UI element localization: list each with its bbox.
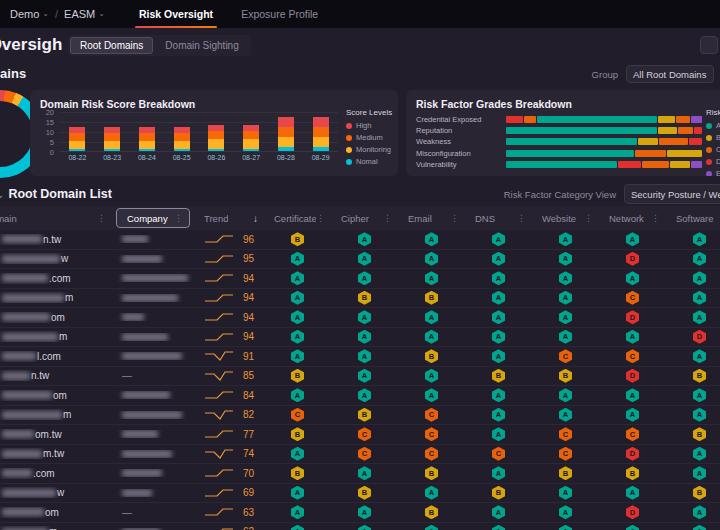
tab-exposure-profile[interactable]: Exposure Profile (227, 0, 332, 28)
grade-badge[interactable]: A (291, 310, 304, 324)
grade-badge[interactable]: C (425, 427, 438, 441)
grade-badge[interactable]: B (358, 291, 371, 305)
grade-badge[interactable]: C (358, 447, 371, 461)
table-row[interactable]: m62AAAAAAA (0, 523, 720, 530)
column-menu-icon[interactable]: ⋮ (383, 213, 392, 223)
stacked-bar[interactable] (139, 127, 155, 151)
grade-badge[interactable]: A (291, 486, 304, 500)
grade-bar[interactable] (506, 127, 702, 134)
grade-bar[interactable] (506, 138, 702, 145)
grade-badge[interactable]: A (492, 232, 505, 246)
breadcrumb-item[interactable]: Demo⌄ (10, 8, 49, 20)
grade-badge[interactable]: A (693, 252, 706, 266)
grade-badge[interactable]: D (626, 447, 639, 461)
column-header-website[interactable]: Website⋮ (532, 208, 599, 228)
grade-badge[interactable]: A (425, 232, 438, 246)
grade-badge[interactable]: B (559, 466, 572, 480)
column-menu-icon[interactable]: ⋮ (97, 213, 106, 223)
table-row[interactable]: om84AAAAAAA (0, 386, 720, 406)
grade-badge[interactable]: B (291, 232, 304, 246)
grade-badge[interactable]: A (693, 408, 706, 422)
grade-badge[interactable]: A (492, 310, 505, 324)
grade-badge[interactable]: A (492, 388, 505, 402)
column-menu-icon[interactable]: ⋮ (584, 213, 593, 223)
grade-badge[interactable]: A (693, 447, 706, 461)
table-row[interactable]: w69ABABAAB (0, 484, 720, 504)
grade-badge[interactable]: A (291, 447, 304, 461)
grade-badge[interactable]: A (559, 330, 572, 344)
chevron-down-icon[interactable]: ⌄ (0, 189, 4, 200)
grade-badge[interactable]: A (291, 330, 304, 344)
grade-badge[interactable]: A (693, 525, 706, 530)
grade-badge[interactable]: A (358, 525, 371, 530)
column-menu-icon[interactable]: ⋮ (517, 213, 526, 223)
grade-bar[interactable] (506, 150, 702, 157)
column-header-domain[interactable]: Domain⋮ (0, 208, 112, 228)
grade-badge[interactable]: A (358, 330, 371, 344)
table-row[interactable]: om94AAAAADA (0, 308, 720, 328)
grade-badge[interactable]: B (291, 369, 304, 383)
grade-badge[interactable]: B (291, 466, 304, 480)
grade-badge[interactable]: A (358, 369, 371, 383)
grade-bar[interactable] (506, 161, 702, 168)
stacked-bar[interactable] (174, 127, 190, 151)
grade-badge[interactable]: A (693, 310, 706, 324)
grade-badge[interactable]: A (626, 271, 639, 285)
grade-badge[interactable]: A (425, 388, 438, 402)
grade-badge[interactable]: A (626, 525, 639, 530)
grade-badge[interactable]: C (425, 447, 438, 461)
table-row[interactable]: m94ABBAACA (0, 289, 720, 309)
grade-badge[interactable]: D (626, 505, 639, 519)
grade-badge[interactable]: B (559, 369, 572, 383)
table-row[interactable]: n.tw96BAAAAAA (0, 230, 720, 250)
grade-badge[interactable]: A (425, 252, 438, 266)
grade-badge[interactable]: C (559, 447, 572, 461)
grade-badge[interactable]: A (693, 505, 706, 519)
column-header-dns[interactable]: DNS⋮ (465, 208, 532, 228)
grade-badge[interactable]: B (492, 486, 505, 500)
column-header-email[interactable]: Email⋮ (398, 208, 465, 228)
grade-badge[interactable]: A (693, 232, 706, 246)
grade-badge[interactable]: B (492, 369, 505, 383)
stacked-bar[interactable] (278, 117, 294, 151)
table-row[interactable]: om.tw77BCCACCB (0, 425, 720, 445)
breadcrumb-item[interactable]: EASM⌄ (64, 8, 105, 20)
tab-risk-oversight[interactable]: Risk Oversight (125, 0, 227, 28)
grade-badge[interactable]: A (559, 271, 572, 285)
column-header-software[interactable]: Software⋮ (666, 208, 720, 228)
toggle-domain-sighting[interactable]: Domain Sighting (155, 37, 248, 54)
table-row[interactable]: .com70BABABBA (0, 464, 720, 484)
header-action-button[interactable] (700, 36, 718, 54)
grade-badge[interactable]: C (425, 408, 438, 422)
grade-badge[interactable]: A (559, 505, 572, 519)
toggle-root-domains[interactable]: Root Domains (70, 37, 153, 54)
grade-badge[interactable]: A (358, 271, 371, 285)
grade-bar[interactable] (506, 116, 702, 123)
grade-badge[interactable]: D (626, 252, 639, 266)
grade-badge[interactable]: A (693, 291, 706, 305)
table-row[interactable]: m.tw74ACCCCDA (0, 445, 720, 465)
stacked-bar[interactable] (69, 127, 85, 151)
grade-badge[interactable]: A (358, 505, 371, 519)
grade-badge[interactable]: A (291, 349, 304, 363)
grade-badge[interactable]: A (492, 525, 505, 530)
grade-badge[interactable]: A (492, 330, 505, 344)
grade-badge[interactable]: C (291, 408, 304, 422)
grade-badge[interactable]: C (358, 427, 371, 441)
stacked-bar[interactable] (243, 125, 259, 151)
grade-badge[interactable]: B (425, 349, 438, 363)
grade-badge[interactable]: C (626, 291, 639, 305)
grade-badge[interactable]: A (559, 252, 572, 266)
grade-badge[interactable]: A (559, 486, 572, 500)
grade-badge[interactable]: A (626, 408, 639, 422)
table-row[interactable]: m82CBCAAAA (0, 406, 720, 426)
grade-badge[interactable]: A (425, 369, 438, 383)
grade-badge[interactable]: A (693, 388, 706, 402)
grade-badge[interactable]: D (626, 369, 639, 383)
grade-badge[interactable]: B (358, 408, 371, 422)
grade-badge[interactable]: A (425, 525, 438, 530)
table-row[interactable]: l.com91AABACCA (0, 347, 720, 367)
grade-badge[interactable]: A (492, 349, 505, 363)
grade-badge[interactable]: D (626, 310, 639, 324)
table-row[interactable]: m94AAAAAAD (0, 328, 720, 348)
